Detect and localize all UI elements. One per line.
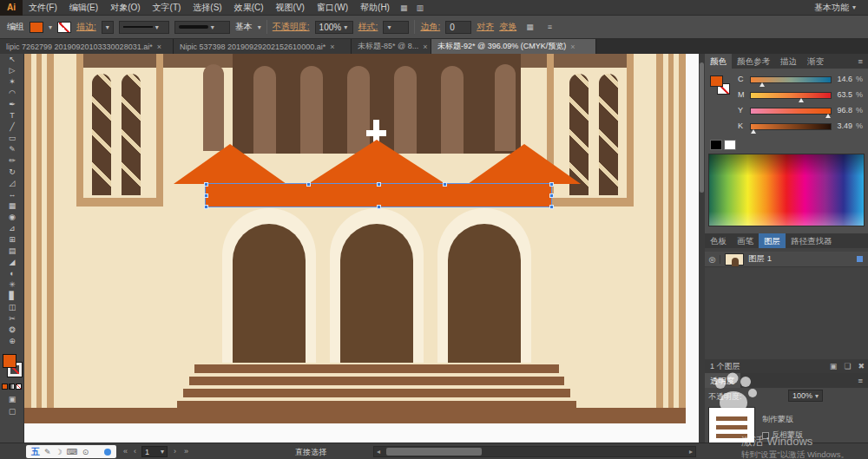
anchor-point[interactable]: [443, 182, 447, 187]
document-tab-2[interactable]: Nipic 537398 20190929202152610000.ai*×: [174, 39, 352, 54]
delete-layer-icon[interactable]: ✖: [854, 362, 868, 370]
transparency-opacity-input[interactable]: 100%▾: [788, 390, 823, 402]
perspective-grid-tool[interactable]: ⊿: [0, 223, 24, 234]
slice-tool[interactable]: ✂: [0, 313, 24, 325]
menu-window[interactable]: 窗口(W): [311, 0, 354, 16]
ime-settings-icon[interactable]: ⊙: [82, 448, 89, 456]
roof-triangle-left[interactable]: [174, 144, 286, 184]
menu-object[interactable]: 对象(O): [104, 0, 146, 16]
width-profile-dropdown[interactable]: ▾: [174, 21, 230, 34]
tab-close-icon[interactable]: ×: [157, 43, 161, 51]
slider-m[interactable]: [750, 92, 832, 99]
tab-swatches[interactable]: 色板: [705, 233, 732, 248]
tab-close-icon[interactable]: ×: [570, 43, 575, 51]
stroke-panel-link[interactable]: 描边:: [76, 21, 96, 33]
left-pilaster[interactable]: [24, 54, 54, 408]
corner-value-input[interactable]: 0: [445, 21, 471, 34]
slider-handle[interactable]: [751, 129, 756, 134]
tab-stroke[interactable]: 描边: [775, 54, 802, 69]
ime-moon-icon[interactable]: ☽: [56, 448, 62, 456]
slider-handle[interactable]: [760, 82, 765, 87]
ime-mode-label[interactable]: 五: [31, 446, 40, 458]
artboard-number-dropdown[interactable]: 1▾: [141, 446, 168, 457]
document-tab-1[interactable]: lipic 7262799 20190920103330028031.ai*×: [0, 39, 174, 54]
shape-builder-tool[interactable]: ◉: [0, 212, 24, 223]
new-layer-icon[interactable]: ❏: [840, 362, 854, 370]
slider-c[interactable]: [750, 76, 832, 83]
corner-link[interactable]: 边角:: [420, 21, 440, 33]
channel-k-value[interactable]: 3.49: [826, 121, 852, 130]
gradient-mode-button[interactable]: [9, 384, 15, 390]
style-dropdown[interactable]: ▾: [383, 21, 409, 34]
screen-mode-icon[interactable]: ▥: [411, 3, 428, 12]
panel-menu-icon[interactable]: ≡: [852, 56, 868, 66]
anchor-point[interactable]: [204, 182, 208, 187]
workspace-switcher[interactable]: 基本功能 ▾: [814, 2, 856, 14]
pencil-tool[interactable]: ✏: [0, 155, 24, 167]
layer-name[interactable]: 图层 1: [748, 253, 772, 265]
menu-edit[interactable]: 编辑(E): [63, 0, 104, 16]
arrange-documents-icon[interactable]: ▦: [396, 3, 412, 12]
tab-layers[interactable]: 图层: [759, 233, 786, 248]
anchor-point[interactable]: [549, 182, 554, 187]
make-mask-icon[interactable]: ▣: [826, 362, 841, 370]
menu-help[interactable]: 帮助(H): [354, 0, 396, 16]
first-artboard-icon[interactable]: «: [122, 447, 129, 456]
visibility-eye-icon[interactable]: ◎: [705, 255, 720, 264]
menu-view[interactable]: 视图(V): [270, 0, 311, 16]
anchor-point[interactable]: [306, 182, 311, 187]
tower-window[interactable]: [599, 74, 618, 195]
channel-m-value[interactable]: 63.5: [826, 90, 852, 99]
style-panel-link[interactable]: 样式:: [358, 21, 378, 33]
none-mode-button[interactable]: [16, 384, 22, 390]
stroke-color-swatch[interactable]: [57, 22, 71, 33]
align-panel-link[interactable]: 对齐: [477, 21, 494, 33]
church-ground-band[interactable]: [24, 408, 686, 423]
slider-k[interactable]: [750, 123, 832, 130]
white-swatch[interactable]: [724, 140, 736, 150]
tower-window[interactable]: [92, 74, 111, 195]
channel-c-value[interactable]: 14.6: [826, 75, 852, 83]
scale-tool[interactable]: ◿: [0, 178, 24, 189]
vertical-scrollbar[interactable]: [699, 54, 705, 443]
panel-menu-icon[interactable]: ≡: [852, 376, 868, 385]
ime-keyboard-icon[interactable]: ⌨: [67, 448, 78, 456]
blend-tool[interactable]: ◐: [0, 268, 24, 279]
black-swatch[interactable]: [710, 140, 722, 150]
menu-type[interactable]: 文字(T): [147, 0, 187, 16]
anchor-point[interactable]: [377, 205, 381, 209]
chevron-down-icon[interactable]: ▾: [49, 23, 52, 31]
transform-panel-link[interactable]: 变换: [499, 21, 516, 33]
tower-window[interactable]: [122, 74, 141, 195]
anchor-point[interactable]: [377, 182, 381, 187]
control-menu-icon[interactable]: ≡: [543, 23, 556, 31]
make-mask-button[interactable]: 制作蒙版: [762, 414, 793, 425]
steps-block[interactable]: [177, 363, 576, 408]
brush-definition-dropdown[interactable]: ▾: [119, 21, 169, 34]
prev-artboard-icon[interactable]: ‹: [132, 447, 138, 456]
document-tab-4-active[interactable]: 未标题-92* @ 396.09% (CMYK/预览)×: [431, 39, 596, 54]
roof-triangle-center[interactable]: [308, 140, 445, 184]
scrollbar-thumb[interactable]: [700, 62, 704, 193]
mesh-tool[interactable]: ⊞: [0, 234, 24, 246]
direct-selection-tool[interactable]: ▷: [0, 65, 24, 76]
pen-tool[interactable]: ✒: [0, 99, 24, 110]
eyedropper-tool[interactable]: ◢: [0, 257, 24, 268]
anchor-point[interactable]: [549, 193, 554, 198]
scroll-right-icon[interactable]: ▸: [689, 448, 693, 456]
right-pilaster[interactable]: [656, 54, 686, 408]
symbol-sprayer-tool[interactable]: ✳: [0, 279, 24, 291]
column-graph-tool[interactable]: ▊: [0, 291, 24, 302]
rectangle-tool[interactable]: ▭: [0, 133, 24, 144]
layer-thumbnail[interactable]: [725, 253, 744, 266]
opacity-input[interactable]: 100%▾: [315, 21, 353, 34]
horizontal-scrollbar[interactable]: ◂ ▸: [373, 446, 696, 457]
tab-close-icon[interactable]: ×: [330, 43, 334, 51]
tab-gradient[interactable]: 渐变: [802, 54, 829, 69]
fill-proxy-swatch[interactable]: [3, 354, 16, 368]
color-spectrum[interactable]: [708, 154, 865, 226]
type-tool[interactable]: T: [0, 110, 24, 121]
roof-triangle-right[interactable]: [468, 144, 581, 184]
lasso-tool[interactable]: ◠: [0, 88, 24, 99]
gradient-tool[interactable]: ▤: [0, 246, 24, 257]
